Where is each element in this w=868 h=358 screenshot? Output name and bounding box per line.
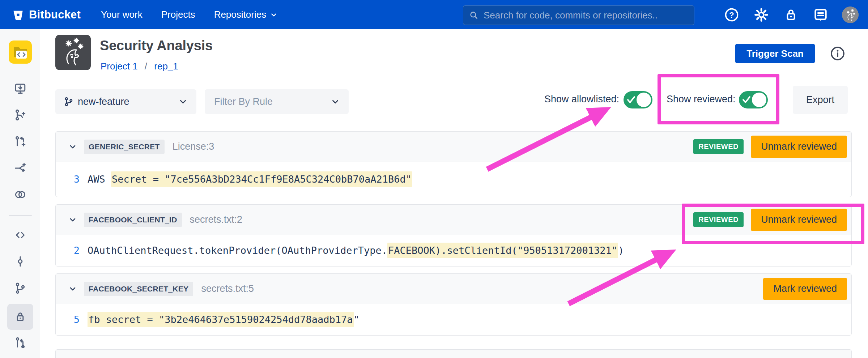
finding-code-row: 5fb_secret = "3b2e464637e5159024254dd78a…: [56, 304, 851, 335]
nav-icon-group: ?: [723, 0, 859, 29]
filter-by-rule-placeholder: Filter By Rule: [214, 96, 273, 107]
sidebar-item-pull-requests[interactable]: [7, 330, 33, 356]
unmark-reviewed-button[interactable]: Unmark reviewed: [751, 136, 847, 158]
show-reviewed-toggle[interactable]: [739, 91, 768, 108]
selected-branch: new-feature: [78, 96, 129, 107]
nav-item-label: Projects: [161, 9, 195, 20]
user-avatar[interactable]: [842, 7, 859, 23]
toggle-knob: [752, 93, 766, 107]
file-location: License:3: [173, 141, 214, 152]
finding-card: GENERIC_SECRETLicense:3REVIEWEDUnmark re…: [55, 131, 852, 197]
help-icon[interactable]: ?: [723, 7, 740, 23]
sidebar-divider: [9, 215, 32, 216]
git-branch-icon: [63, 96, 74, 107]
code-line-number: 2: [56, 245, 80, 256]
sidebar-item-create-pull-request[interactable]: [7, 129, 33, 155]
collapse-chevron[interactable]: [67, 141, 79, 153]
code-text: AWS: [88, 174, 111, 185]
check-icon: [742, 95, 751, 104]
reviewed-badge: REVIEWED: [693, 139, 744, 154]
chevron-down-icon: [68, 285, 77, 293]
breadcrumb-repo-link[interactable]: rep_1: [154, 61, 178, 72]
search-icon: [469, 10, 478, 20]
code-text: ): [618, 245, 624, 256]
code-line: fb_secret = "3b2e464637e5159024254dd78aa…: [88, 314, 359, 325]
secret-highlight: fb_secret = "3b2e464637e5159024254dd78aa…: [88, 312, 354, 327]
breadcrumb: Project 1 / rep_1: [101, 61, 178, 72]
chevron-down-icon: [68, 216, 77, 224]
finding-code-row: 2OAuthClientRequest.tokenProvider(OAuthP…: [56, 235, 851, 266]
security-icon: [14, 310, 27, 323]
page-title: Security Analysis: [100, 38, 213, 54]
info-icon[interactable]: [830, 46, 846, 61]
show-allowlisted-label: Show allowlisted:: [544, 94, 619, 105]
nav-item-repositories[interactable]: Repositories: [214, 9, 278, 20]
show-reviewed-label: Show reviewed:: [667, 94, 736, 105]
finding-card-header: FACEBOOK_CLIENT_IDsecrets.txt:2REVIEWEDU…: [56, 205, 851, 235]
sidebar-item-create-branch[interactable]: [7, 102, 33, 128]
check-icon: [626, 95, 636, 104]
sidebar-item-create-fork[interactable]: [7, 155, 33, 181]
create-pull-request-icon: [14, 135, 27, 148]
search-input[interactable]: [483, 9, 680, 21]
mark-reviewed-button[interactable]: Mark reviewed: [763, 278, 847, 300]
settings-gear-icon[interactable]: [753, 7, 770, 23]
collapse-chevron[interactable]: [67, 283, 79, 295]
repository-sidebar: [0, 29, 40, 358]
export-button[interactable]: Export: [793, 86, 848, 114]
bitbucket-security-analysis-page: Bitbucket Your workProjectsRepositories …: [0, 0, 868, 358]
code-text: OAuthClientRequest.tokenProvider(OAuthPr…: [88, 245, 387, 256]
collapse-chevron[interactable]: [67, 214, 79, 226]
bitbucket-logo[interactable]: Bitbucket: [12, 8, 81, 21]
finding-code-row: 3AWS Secret = "7ce556A3bD234Cc1Ff9E8A5C3…: [56, 162, 851, 196]
nav-item-projects[interactable]: Projects: [161, 9, 195, 20]
branches-icon: [14, 282, 27, 295]
compare-icon: [14, 188, 27, 201]
create-fork-icon: [14, 162, 27, 175]
feedback-icon[interactable]: [812, 7, 829, 23]
top-navigation: Bitbucket Your workProjectsRepositories …: [0, 0, 868, 29]
branch-selector-dropdown[interactable]: new-feature: [55, 89, 196, 114]
commits-icon: [14, 255, 27, 268]
sidebar-item-clone[interactable]: [7, 76, 33, 102]
code-line: OAuthClientRequest.tokenProvider(OAuthPr…: [88, 245, 624, 256]
show-allowlisted-toggle[interactable]: [624, 91, 652, 108]
code-line-number: 3: [56, 174, 80, 185]
secret-highlight: Secret = "7ce556A3bD234Cc1Ff9E8A5C324C0b…: [111, 171, 412, 187]
rule-badge: FACEBOOK_CLIENT_ID: [84, 213, 182, 227]
sidebar-item-security[interactable]: [7, 304, 33, 330]
sidebar-item-source[interactable]: [7, 222, 33, 248]
code-line: AWS Secret = "7ce556A3bD234Cc1Ff9E8A5C32…: [88, 174, 412, 185]
rule-badge: FACEBOOK_SECRET_KEY: [84, 282, 193, 296]
finding-card-header: GENERIC_SECRETLicense:3REVIEWEDUnmark re…: [56, 132, 851, 162]
breadcrumb-project-link[interactable]: Project 1: [101, 61, 138, 72]
source-icon: [14, 229, 27, 242]
finding-card-header: FACEBOOK_SECRET_KEYsecrets.txt:5Mark rev…: [56, 274, 851, 304]
filter-by-rule-dropdown[interactable]: Filter By Rule: [205, 89, 349, 114]
sidebar-item-branches[interactable]: [7, 275, 33, 301]
unmark-reviewed-button[interactable]: Unmark reviewed: [751, 209, 847, 231]
reviewed-badge: REVIEWED: [693, 212, 744, 227]
code-text: ": [354, 314, 359, 325]
rule-badge: GENERIC_SECRET: [84, 140, 165, 154]
chevron-down-icon: [270, 11, 278, 19]
sidebar-item-compare[interactable]: [7, 182, 33, 208]
brand-name: Bitbucket: [29, 8, 81, 21]
nav-item-label: Repositories: [214, 9, 267, 20]
code-line-number: 5: [56, 314, 80, 325]
chevron-down-icon: [178, 97, 188, 106]
security-lock-icon[interactable]: [783, 7, 799, 23]
next-finding-card-partial: [55, 349, 852, 358]
nav-item-label: Your work: [101, 9, 142, 20]
global-search[interactable]: [463, 5, 694, 25]
sidebar-item-commits[interactable]: [7, 248, 33, 274]
toggle-knob: [637, 93, 651, 107]
trigger-scan-button[interactable]: Trigger Scan: [735, 44, 815, 63]
repo-page-avatar: [55, 35, 91, 70]
file-location: secrets.txt:5: [201, 283, 254, 294]
repository-avatar[interactable]: [9, 41, 32, 64]
chevron-down-icon: [68, 142, 77, 151]
nav-item-your-work[interactable]: Your work: [101, 9, 142, 20]
breadcrumb-separator: /: [145, 61, 147, 72]
bitbucket-bucket-icon: [12, 9, 24, 21]
